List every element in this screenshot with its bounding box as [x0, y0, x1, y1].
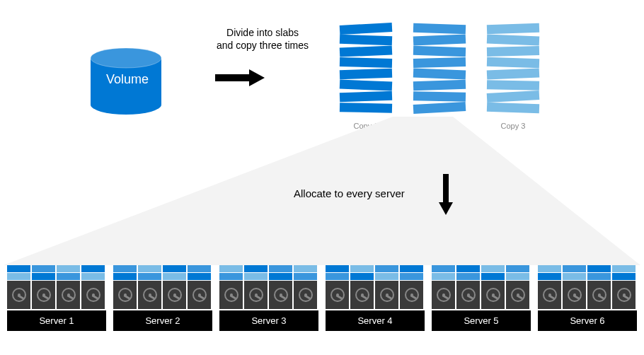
slab — [413, 23, 466, 35]
slab — [487, 57, 539, 68]
slab — [413, 34, 466, 45]
svg-rect-62 — [466, 295, 473, 300]
arrow-down-icon — [439, 174, 453, 215]
svg-rect-7 — [443, 174, 449, 202]
svg-rect-68 — [516, 295, 522, 300]
slab — [413, 57, 466, 68]
server: Server 2 — [113, 265, 212, 331]
svg-rect-32 — [197, 295, 204, 300]
drive-icon — [7, 281, 30, 309]
server: Server 3 — [219, 265, 318, 331]
server-label: Server 4 — [326, 310, 425, 331]
server: Server 5 — [432, 265, 531, 331]
caption-allocate: Allocate to every server — [294, 187, 405, 199]
drive-row — [7, 281, 106, 309]
server: Server 6 — [538, 265, 637, 331]
svg-rect-14 — [42, 295, 48, 300]
drive-icon — [81, 281, 105, 309]
copy-stack-3: Copy 3 — [487, 24, 539, 130]
slab — [340, 35, 392, 46]
drive-icon — [612, 281, 636, 309]
svg-rect-20 — [91, 295, 98, 300]
svg-rect-23 — [123, 295, 130, 300]
slab — [413, 91, 466, 102]
server-label: Server 2 — [113, 310, 212, 331]
caption-divide-line2: and copy three times — [217, 39, 309, 52]
svg-rect-56 — [410, 295, 416, 300]
drive-icon — [219, 281, 243, 309]
drive-icon — [587, 281, 611, 309]
servers-row: Server 1 Server 2 Server 3 Server 4 Serv… — [7, 265, 637, 331]
svg-rect-29 — [173, 295, 179, 300]
copies-group: Copy 1 Copy 2 Copy 3 — [340, 24, 539, 130]
drive-icon — [400, 281, 423, 309]
drive-icon — [57, 281, 80, 309]
drive-icon — [326, 281, 349, 309]
drive-icon — [163, 281, 186, 309]
volume-label: Volume — [106, 72, 149, 87]
drive-icon — [375, 281, 398, 309]
drive-icon — [432, 281, 455, 309]
drive-icon — [563, 281, 586, 309]
caption-divide-line1: Divide into slabs — [217, 26, 309, 39]
slab — [413, 69, 466, 80]
svg-rect-59 — [442, 295, 448, 300]
slab — [340, 80, 392, 91]
server: Server 4 — [326, 265, 425, 331]
drive-icon — [113, 281, 137, 309]
caption-divide: Divide into slabs and copy three times — [217, 26, 309, 52]
svg-rect-47 — [335, 295, 342, 300]
svg-rect-17 — [67, 295, 73, 300]
svg-rect-50 — [360, 295, 367, 300]
server-label: Server 6 — [538, 310, 637, 331]
drive-icon — [538, 281, 561, 309]
drive-icon — [506, 281, 529, 309]
slab — [413, 80, 466, 91]
arrow-right-icon — [215, 69, 265, 86]
slab — [487, 91, 540, 103]
slab — [340, 103, 392, 113]
svg-rect-77 — [597, 295, 604, 300]
slab — [340, 57, 392, 68]
slab — [487, 23, 539, 35]
svg-marker-8 — [439, 202, 453, 215]
drive-icon — [481, 281, 505, 309]
drive-icon — [244, 281, 268, 309]
server-label: Server 5 — [432, 310, 531, 331]
svg-rect-35 — [229, 295, 236, 300]
drive-icon — [32, 281, 55, 309]
slab — [487, 46, 539, 57]
svg-rect-80 — [622, 295, 628, 300]
drive-icon — [188, 281, 211, 309]
copy-stack-2: Copy 2 — [413, 24, 466, 130]
drive-icon — [456, 281, 480, 309]
svg-rect-44 — [304, 295, 310, 300]
drive-icon — [138, 281, 161, 309]
drive-icon — [269, 281, 292, 309]
slab — [340, 45, 392, 57]
svg-rect-65 — [491, 295, 498, 300]
svg-rect-53 — [385, 295, 391, 300]
drive-icon — [294, 281, 317, 309]
slab — [413, 46, 466, 57]
slab — [487, 35, 539, 46]
drive-icon — [350, 281, 374, 309]
slab — [487, 103, 539, 114]
svg-rect-26 — [148, 295, 154, 300]
svg-rect-41 — [279, 295, 285, 300]
slab — [340, 91, 392, 103]
slab — [487, 80, 539, 91]
server-label: Server 1 — [7, 310, 106, 331]
svg-rect-11 — [17, 295, 23, 300]
slab — [340, 69, 392, 79]
svg-marker-5 — [249, 69, 265, 86]
slab — [413, 102, 466, 114]
server-slabs — [7, 265, 106, 280]
server: Server 1 — [7, 265, 106, 331]
svg-rect-38 — [254, 295, 260, 300]
slab — [487, 68, 539, 79]
svg-rect-4 — [215, 74, 249, 81]
svg-rect-74 — [573, 295, 579, 300]
svg-rect-71 — [548, 295, 554, 300]
copy-stack-1: Copy 1 — [340, 24, 392, 130]
